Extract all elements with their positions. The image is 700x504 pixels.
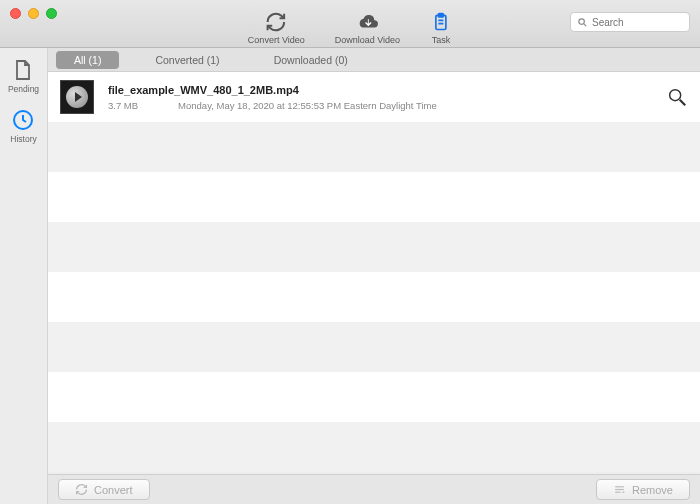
sidebar-item-label: History — [10, 134, 36, 144]
file-size: 3.7 MB — [108, 100, 138, 111]
history-icon — [11, 108, 35, 132]
tabs: All (1) Converted (1) Downloaded (0) — [48, 48, 700, 72]
list-item-empty — [48, 372, 700, 422]
download-video-button[interactable]: Download Video — [335, 11, 400, 45]
body: Pending History All (1) Converted (1) Do… — [0, 48, 700, 504]
search-icon — [577, 17, 588, 28]
svg-rect-1 — [439, 14, 444, 17]
toolbar: Convert Video Download Video Task — [248, 0, 452, 47]
refresh-icon — [265, 11, 287, 33]
search-input[interactable] — [592, 17, 683, 28]
toolbar-label: Convert Video — [248, 35, 305, 45]
inspect-button[interactable] — [666, 86, 688, 108]
bottom-toolbar: Convert Remove — [48, 474, 700, 504]
clipboard-icon — [430, 11, 452, 33]
list-item-empty — [48, 322, 700, 372]
list-item-empty — [48, 272, 700, 322]
list-item[interactable]: file_example_WMV_480_1_2MB.mp4 3.7 MB Mo… — [48, 72, 700, 122]
minimize-window-button[interactable] — [28, 8, 39, 19]
list-item-empty — [48, 222, 700, 272]
list-remove-icon — [613, 483, 626, 496]
toolbar-label: Download Video — [335, 35, 400, 45]
file-list: file_example_WMV_480_1_2MB.mp4 3.7 MB Mo… — [48, 72, 700, 474]
tab-downloaded[interactable]: Downloaded (0) — [256, 51, 366, 69]
task-button[interactable]: Task — [430, 11, 452, 45]
tab-converted[interactable]: Converted (1) — [137, 51, 237, 69]
convert-button[interactable]: Convert — [58, 479, 150, 500]
window-controls — [10, 8, 57, 19]
sidebar: Pending History — [0, 48, 48, 504]
list-item-empty — [48, 122, 700, 172]
document-icon — [11, 58, 35, 82]
sidebar-item-pending[interactable]: Pending — [8, 58, 39, 94]
refresh-icon — [75, 483, 88, 496]
file-info: file_example_WMV_480_1_2MB.mp4 3.7 MB Mo… — [108, 84, 437, 111]
search-field[interactable] — [570, 12, 690, 32]
button-label: Remove — [632, 484, 673, 496]
convert-video-button[interactable]: Convert Video — [248, 11, 305, 45]
main: All (1) Converted (1) Downloaded (0) fil… — [48, 48, 700, 504]
svg-point-7 — [670, 90, 681, 101]
video-thumbnail — [60, 80, 94, 114]
close-window-button[interactable] — [10, 8, 21, 19]
button-label: Convert — [94, 484, 133, 496]
titlebar: Convert Video Download Video Task — [0, 0, 700, 48]
zoom-window-button[interactable] — [46, 8, 57, 19]
toolbar-label: Task — [432, 35, 451, 45]
sidebar-item-history[interactable]: History — [10, 108, 36, 144]
svg-line-5 — [584, 23, 586, 25]
file-meta: 3.7 MB Monday, May 18, 2020 at 12:55:53 … — [108, 100, 437, 111]
cloud-download-icon — [356, 11, 378, 33]
list-item-empty — [48, 172, 700, 222]
tab-all[interactable]: All (1) — [56, 51, 119, 69]
sidebar-item-label: Pending — [8, 84, 39, 94]
remove-button[interactable]: Remove — [596, 479, 690, 500]
svg-line-8 — [680, 100, 686, 106]
file-name: file_example_WMV_480_1_2MB.mp4 — [108, 84, 437, 96]
list-item-empty — [48, 422, 700, 472]
svg-point-4 — [579, 18, 585, 24]
file-date: Monday, May 18, 2020 at 12:55:53 PM East… — [178, 100, 437, 111]
play-icon — [66, 86, 88, 108]
